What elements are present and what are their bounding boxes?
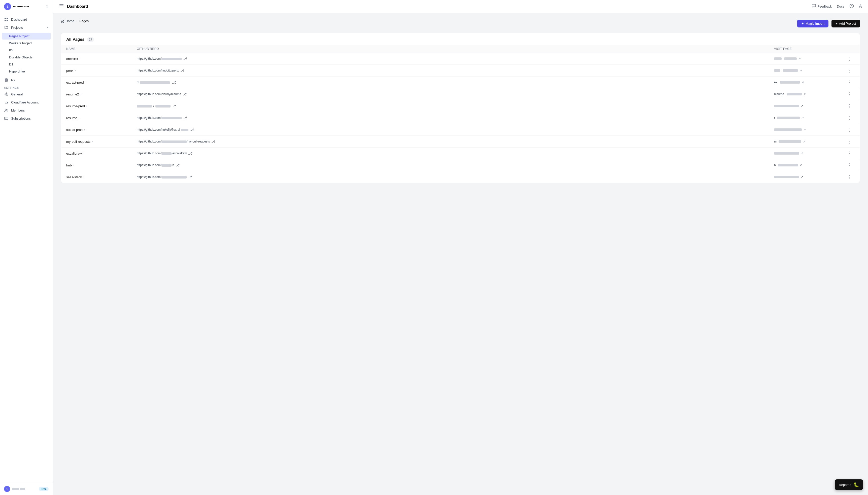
sidebar-collapse-icon[interactable]: ⇅	[46, 5, 49, 8]
sidebar-item-hyperdrive[interactable]: Hyperdrive	[2, 68, 51, 75]
row-chevron-icon: ›	[83, 152, 84, 155]
external-link-icon[interactable]: ↗	[798, 57, 801, 61]
add-project-button[interactable]: + Add Project	[832, 20, 860, 28]
sidebar-item-subscriptions[interactable]: Subscriptions	[0, 114, 53, 122]
svg-rect-2	[4, 20, 6, 21]
page-name-my-pull-requests[interactable]: my-pull-requests ›	[66, 140, 137, 143]
projects-label: Projects	[11, 26, 23, 30]
repo-resume-prod: / ⎇	[137, 104, 774, 108]
col-header-name: Name	[66, 47, 137, 51]
page-name-saas-stack[interactable]: saas-stack ›	[66, 175, 137, 179]
visit-flux-ai-prod: ↗	[774, 128, 845, 132]
table-row: resume-prod › / ⎇ ↗ ⋮	[61, 100, 860, 112]
row-menu-button[interactable]: ⋮	[845, 80, 855, 85]
sidebar-item-cloudflare-account[interactable]: Cloudflare Account	[0, 98, 53, 106]
visit-saas-stack: ↗	[774, 175, 845, 179]
sidebar-item-kv[interactable]: KV	[2, 47, 51, 54]
docs-label: Docs	[837, 4, 844, 8]
database-icon	[4, 78, 9, 82]
table-title: All Pages	[66, 37, 84, 42]
account-switcher[interactable]: 1 ••••••••• ••••	[4, 3, 29, 10]
row-menu-button[interactable]: ⋮	[845, 174, 855, 180]
free-badge: Free	[39, 487, 49, 491]
row-chevron-icon: ›	[80, 57, 81, 60]
sidebar-item-durable-objects[interactable]: Durable Objects	[2, 54, 51, 61]
github-icon: ⎇	[183, 92, 187, 96]
page-name-excalidraw[interactable]: excalidraw ›	[66, 152, 137, 155]
toast-label: Report a	[839, 483, 851, 487]
translate-icon[interactable]: A	[859, 4, 862, 9]
table-row: oneclick › https://github.com/ ⎇ ↗ ⋮	[61, 53, 860, 65]
row-menu-button[interactable]: ⋮	[845, 127, 855, 133]
main-content: Dashboard Feedback Docs A	[53, 0, 868, 495]
footer-user[interactable]: 1	[4, 486, 25, 492]
members-label: Members	[11, 108, 25, 112]
sidebar-item-d1[interactable]: D1	[2, 61, 51, 68]
pages-table: All Pages 27 Name GitHub Repo Visit Page…	[61, 33, 860, 183]
row-menu-button[interactable]: ⋮	[845, 151, 855, 156]
row-menu-button[interactable]: ⋮	[845, 163, 855, 168]
table-row: resume2 › https://github.com/claudy/resu…	[61, 88, 860, 100]
breadcrumb: Home › Pages	[61, 19, 89, 23]
sidebar-item-members[interactable]: Members	[0, 106, 53, 114]
visit-resume2: resume ↗	[774, 92, 845, 96]
svg-point-6	[5, 109, 6, 110]
col-header-visit: Visit Page	[774, 47, 845, 51]
table-row: saas-stack › https://github.com/ ⎇ ↗ ⋮	[61, 171, 860, 183]
page-name-hub[interactable]: hub ›	[66, 164, 137, 167]
external-link-icon[interactable]: ↗	[801, 175, 803, 179]
page-name-flux-ai-prod[interactable]: flux-ai-prod ›	[66, 128, 137, 132]
page-name-penx[interactable]: penx ›	[66, 69, 137, 72]
table-row: extract-prod › ht ⎇ ex ↗ ⋮	[61, 76, 860, 88]
external-link-icon[interactable]: ↗	[803, 92, 806, 96]
row-menu-button[interactable]: ⋮	[845, 115, 855, 121]
sidebar-toggle-button[interactable]	[59, 3, 64, 10]
page-name-resume2[interactable]: resume2 ›	[66, 92, 137, 96]
external-link-icon[interactable]: ↗	[801, 116, 804, 120]
external-link-icon[interactable]: ↗	[803, 140, 805, 143]
sidebar-item-workers-project[interactable]: Workers Project	[2, 40, 51, 47]
row-chevron-icon: ›	[86, 104, 87, 107]
page-name-oneclick[interactable]: oneclick ›	[66, 57, 137, 61]
visit-excalidraw: ↗	[774, 152, 845, 155]
svg-point-7	[7, 109, 8, 110]
page-name-resume-prod[interactable]: resume-prod ›	[66, 104, 137, 108]
sidebar-item-dashboard[interactable]: Dashboard	[0, 15, 53, 23]
github-icon: ⎇	[183, 57, 187, 61]
svg-rect-13	[812, 4, 816, 7]
external-link-icon[interactable]: ↗	[800, 164, 802, 167]
cloudflare-account-label: Cloudflare Account	[11, 100, 38, 104]
table-count: 27	[87, 37, 94, 42]
row-chevron-icon: ›	[83, 175, 84, 178]
repo-my-pull-requests: https://github.com//my-pull-requests ⎇	[137, 139, 774, 143]
repo-flux-ai-prod: https://github.com/hukefly/flux-ai- ⎇	[137, 127, 774, 132]
sidebar-item-projects[interactable]: Projects ▾	[0, 23, 53, 32]
row-menu-button[interactable]: ⋮	[845, 68, 855, 73]
external-link-icon[interactable]: ↗	[801, 152, 803, 155]
sidebar-item-r2[interactable]: R2	[0, 76, 53, 84]
external-link-icon[interactable]: ↗	[801, 81, 804, 84]
row-menu-button[interactable]: ⋮	[845, 139, 855, 144]
sidebar-item-pages-project[interactable]: Pages Project	[2, 33, 51, 39]
page-name-extract-prod[interactable]: extract-prod ›	[66, 81, 137, 84]
visit-resume-prod: ↗	[774, 104, 845, 108]
breadcrumb-home[interactable]: Home	[61, 19, 74, 23]
external-link-icon[interactable]: ↗	[800, 69, 802, 72]
docs-button[interactable]: Docs	[837, 4, 844, 8]
external-link-icon[interactable]: ↗	[801, 104, 803, 108]
magic-import-button[interactable]: ✦ Magic Import	[797, 20, 829, 28]
feedback-button[interactable]: Feedback	[812, 4, 832, 9]
external-link-icon[interactable]: ↗	[803, 128, 806, 132]
page-name-resume[interactable]: resume ›	[66, 116, 137, 120]
svg-point-5	[6, 93, 7, 95]
report-bug-toast[interactable]: Report a 🐛	[835, 479, 863, 490]
row-menu-button[interactable]: ⋮	[845, 91, 855, 97]
history-icon[interactable]	[849, 4, 854, 9]
sidebar-item-general[interactable]: General	[0, 90, 53, 98]
row-menu-button[interactable]: ⋮	[845, 103, 855, 109]
row-chevron-icon: ›	[73, 164, 74, 167]
row-menu-button[interactable]: ⋮	[845, 56, 855, 62]
sidebar-item-label: Dashboard	[11, 18, 27, 21]
visit-extract-prod: ex ↗	[774, 81, 845, 84]
feedback-label: Feedback	[817, 4, 832, 8]
